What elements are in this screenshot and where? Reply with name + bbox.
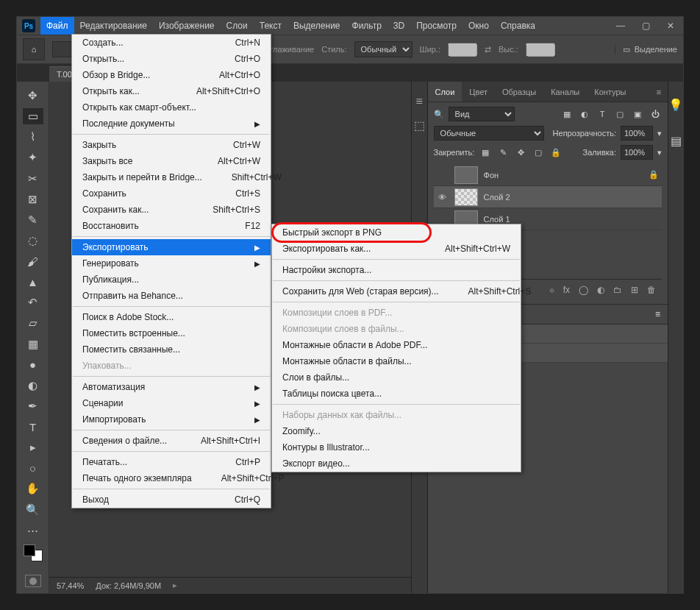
mask-toggle-icon[interactable]: ▭ (623, 45, 630, 54)
menu-item[interactable]: Закрыть и перейти в Bridge...Shift+Ctrl+… (72, 169, 271, 185)
search-icon[interactable]: 🔍 (434, 110, 444, 119)
menu-просмотр[interactable]: Просмотр (410, 17, 463, 35)
lock-artboard-icon[interactable]: ▢ (532, 148, 545, 157)
properties-menu-icon[interactable]: ≡ (655, 309, 660, 319)
filter-shape-icon[interactable]: ▢ (613, 110, 626, 119)
fill-dropdown-icon[interactable]: ▾ (657, 148, 662, 157)
link-layers-icon[interactable]: ⟐ (549, 285, 554, 295)
panel-tab[interactable]: Образцы (495, 82, 543, 102)
lock-move-icon[interactable]: ✥ (514, 148, 527, 157)
menu-item[interactable]: Печать одного экземпляраAlt+Shift+Ctrl+P (72, 470, 271, 486)
panel-handle-icon[interactable]: ≡ (416, 95, 423, 108)
menu-item[interactable]: ВосстановитьF12 (72, 218, 271, 234)
menu-item[interactable]: Поместить встроенные... (72, 325, 271, 341)
menu-item[interactable]: Быстрый экспорт в PNG (272, 224, 521, 241)
opacity-input[interactable] (621, 126, 653, 141)
layer-name[interactable]: Слой 1 (484, 215, 510, 224)
panel-tab[interactable]: Каналы (543, 82, 587, 102)
new-group-icon[interactable]: 🗀 (613, 285, 622, 295)
style-select[interactable]: Обычный (354, 41, 413, 57)
menu-item[interactable]: Слои в файлы... (272, 369, 521, 386)
blur-tool-icon[interactable]: ● (23, 357, 43, 373)
zoom-level[interactable]: 57,44% (57, 581, 84, 590)
menu-item[interactable]: ЗакрытьCtrl+W (72, 137, 271, 153)
shape-tool-icon[interactable]: ○ (23, 460, 43, 476)
new-layer-icon[interactable]: ⊞ (631, 285, 638, 295)
filter-adjust-icon[interactable]: ◐ (578, 110, 591, 119)
filter-smart-icon[interactable]: ▣ (631, 110, 644, 119)
blend-mode-select[interactable]: Обычные (434, 126, 544, 141)
color-swatches[interactable] (22, 543, 44, 564)
panel-tab[interactable]: Слои (428, 82, 463, 102)
lock-paint-icon[interactable]: ✎ (496, 148, 510, 157)
menu-item[interactable]: Сведения о файле...Alt+Shift+Ctrl+I (72, 433, 271, 449)
learn-panel-icon[interactable]: 💡 (668, 98, 683, 112)
menu-item[interactable]: Печатать...Ctrl+P (72, 454, 271, 470)
stamp-tool-icon[interactable]: ▲ (23, 274, 43, 290)
opacity-dropdown-icon[interactable]: ▾ (657, 129, 662, 138)
menu-item[interactable]: Открыть как...Alt+Shift+Ctrl+O (72, 83, 271, 99)
filter-toggle-icon[interactable]: ⏻ (649, 110, 662, 118)
menu-item[interactable]: Настройки экспорта... (272, 262, 521, 278)
status-menu-icon[interactable]: ▸ (173, 581, 177, 590)
delete-layer-icon[interactable]: 🗑 (647, 285, 656, 295)
panel-tab[interactable]: Цвет (462, 82, 495, 102)
quick-select-tool-icon[interactable]: ✦ (23, 149, 43, 166)
select-and-mask-label[interactable]: Выделение (635, 45, 677, 54)
layer-mask-icon[interactable]: ◯ (579, 285, 588, 295)
menu-item[interactable]: Экспортировать как...Alt+Shift+Ctrl+W (272, 241, 521, 257)
eraser-tool-icon[interactable]: ▱ (23, 315, 43, 331)
marquee-tool-icon[interactable]: ▭ (23, 108, 43, 124)
menu-item[interactable]: Поместить связанные... (72, 341, 271, 358)
layer-row[interactable]: Фон🔒 (434, 164, 662, 186)
panel-properties-icon[interactable]: ⬚ (414, 118, 425, 132)
hand-tool-icon[interactable]: ✋ (23, 480, 43, 497)
brush-tool-icon[interactable]: 🖌 (23, 253, 43, 269)
menu-item[interactable]: Открыть...Ctrl+O (72, 51, 271, 67)
menu-фильтр[interactable]: Фильтр (346, 17, 388, 35)
menu-item[interactable]: Обзор в Bridge...Alt+Ctrl+O (72, 67, 271, 83)
crop-tool-icon[interactable]: ✂ (23, 171, 43, 187)
fill-input[interactable] (621, 145, 653, 160)
window-maximize[interactable]: ▢ (633, 17, 658, 35)
lasso-tool-icon[interactable]: ⌇ (23, 129, 43, 145)
lock-all-icon[interactable]: 🔒 (549, 148, 562, 157)
lock-pixels-icon[interactable]: ▦ (479, 148, 492, 157)
menu-файл[interactable]: Файл (40, 17, 74, 35)
menu-item[interactable]: Отправить на Behance... (72, 288, 271, 304)
menu-item[interactable]: Поиск в Adobe Stock... (72, 309, 271, 325)
layer-name[interactable]: Слой 2 (484, 193, 510, 202)
menu-item[interactable]: Импортировать▶ (72, 411, 271, 428)
menu-окно[interactable]: Окно (463, 17, 495, 35)
panel-tab[interactable]: Контуры (587, 82, 633, 102)
menu-изображение[interactable]: Изображение (153, 17, 221, 35)
menu-item[interactable]: Сценарии▶ (72, 395, 271, 411)
menu-item[interactable]: Контуры в Illustrator... (272, 439, 521, 455)
new-adjust-icon[interactable]: ◐ (597, 285, 604, 295)
layer-thumbnail[interactable] (454, 188, 478, 206)
path-select-tool-icon[interactable]: ▸ (23, 439, 43, 455)
move-tool-icon[interactable]: ✥ (23, 88, 43, 104)
layer-fx-icon[interactable]: fx (563, 285, 570, 295)
libraries-panel-icon[interactable]: ▤ (671, 134, 682, 148)
more-tools-icon[interactable]: ⋯ (23, 522, 43, 539)
window-minimize[interactable]: — (608, 17, 633, 35)
layer-row[interactable]: 👁Слой 2 (434, 186, 662, 208)
layer-thumbnail[interactable] (454, 166, 478, 184)
quick-mask-toggle[interactable] (25, 575, 41, 587)
type-tool-icon[interactable]: T (23, 419, 43, 435)
visibility-icon[interactable]: 👁 (437, 193, 449, 202)
menu-3d[interactable]: 3D (388, 17, 410, 35)
gradient-tool-icon[interactable]: ▦ (23, 336, 43, 352)
menu-item[interactable]: Монтажные области в файлы... (272, 353, 521, 369)
dodge-tool-icon[interactable]: ◐ (23, 377, 43, 394)
menu-item[interactable]: Таблицы поиска цвета... (272, 386, 521, 402)
menu-item[interactable]: Публикация... (72, 272, 271, 288)
menu-редактирование[interactable]: Редактирование (74, 17, 153, 35)
home-button[interactable]: ⌂ (23, 38, 45, 60)
menu-item[interactable]: Генерировать▶ (72, 255, 271, 272)
eyedropper-tool-icon[interactable]: ✎ (23, 212, 43, 228)
menu-item[interactable]: СохранитьCtrl+S (72, 185, 271, 202)
frame-tool-icon[interactable]: ⊠ (23, 191, 43, 208)
layer-filter-select[interactable]: Вид (449, 107, 515, 121)
